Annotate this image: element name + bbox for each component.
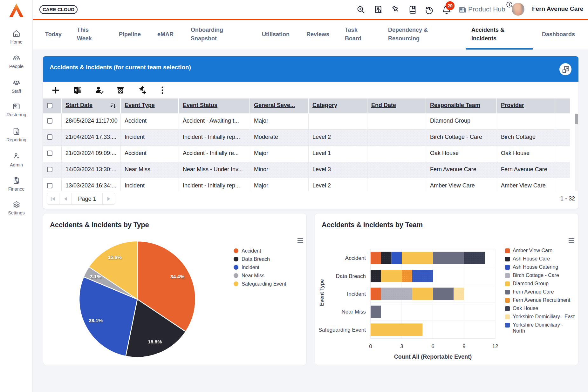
svg-text:9: 9: [462, 343, 465, 349]
svg-text:Safeguarding Event: Safeguarding Event: [318, 327, 366, 333]
svg-text:Yorkshire Domiciliary -: Yorkshire Domiciliary -: [513, 322, 563, 328]
svg-text:15.6%: 15.6%: [108, 254, 122, 260]
svg-text:3.1%: 3.1%: [90, 274, 101, 279]
svg-text:Fern Avenue Care: Fern Avenue Care: [513, 289, 554, 294]
svg-text:Ash House Catering: Ash House Catering: [513, 264, 558, 270]
svg-text:0: 0: [369, 343, 372, 349]
svg-text:Incident: Incident: [347, 291, 366, 297]
svg-text:North: North: [513, 328, 525, 334]
svg-text:Oak House: Oak House: [513, 306, 538, 311]
svg-text:28.1%: 28.1%: [89, 318, 103, 323]
svg-text:3: 3: [400, 343, 403, 349]
svg-text:12: 12: [492, 343, 498, 349]
svg-text:18.8%: 18.8%: [148, 339, 162, 344]
svg-text:$: $: [15, 179, 17, 182]
svg-text:X: X: [74, 88, 77, 92]
svg-text:Accident: Accident: [345, 255, 366, 261]
svg-text:Count All (Reportable Event): Count All (Reportable Event): [394, 354, 472, 360]
svg-text:6: 6: [431, 343, 434, 349]
svg-text:Data Breach: Data Breach: [336, 273, 366, 279]
svg-text:34.4%: 34.4%: [170, 274, 184, 279]
svg-text:Yorkshire Domiciliary - East: Yorkshire Domiciliary - East: [513, 314, 575, 319]
svg-text:Diamond Group: Diamond Group: [513, 281, 549, 286]
svg-text:Near Miss: Near Miss: [341, 309, 366, 315]
svg-text:Amber View Care: Amber View Care: [513, 248, 552, 253]
svg-text:Event Type: Event Type: [319, 279, 325, 306]
svg-text:Birch Cottage - Care: Birch Cottage - Care: [513, 273, 559, 278]
svg-text:Fern Avenue Recruitment: Fern Avenue Recruitment: [513, 297, 571, 303]
svg-text:Ash House Care: Ash House Care: [513, 256, 550, 261]
